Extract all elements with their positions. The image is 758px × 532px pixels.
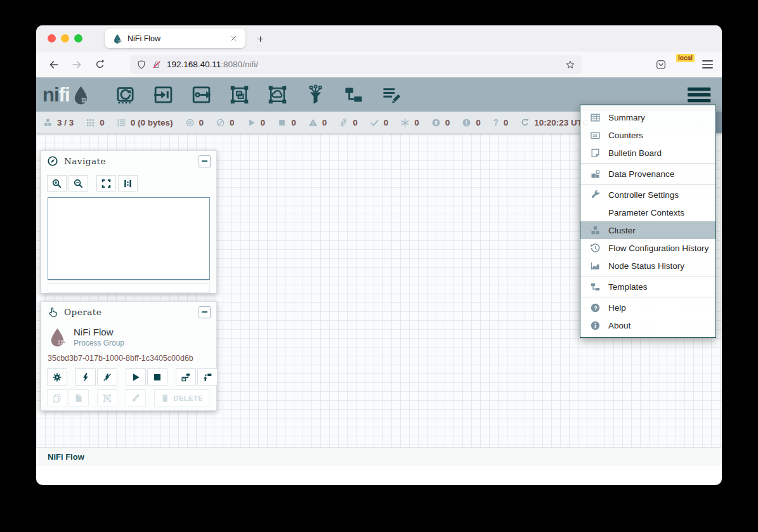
change-color-button[interactable] [126,389,146,406]
menu-item-label: Flow Configuration History [608,243,709,253]
browser-tab[interactable]: NiFi Flow [105,29,245,48]
status-counts: 3 / 300 (0 bytes)0000000000?0 [43,117,520,127]
play-icon [247,118,256,127]
menu-item-help[interactable]: Help [580,299,716,316]
menu-item-data-provenance[interactable]: Data Provenance [580,165,716,183]
stat-value: 0 [199,118,204,127]
menu-item-about[interactable]: About [580,316,716,334]
menu-item-counters[interactable]: Counters [580,126,716,144]
menu-item-templates[interactable]: Templates [580,278,716,295]
zoom-in-button[interactable] [47,175,67,191]
last-refreshed[interactable]: 10:20:23 UTC [520,118,589,127]
delete-button[interactable]: DELETE [154,389,209,406]
back-button[interactable] [45,56,63,74]
nifi-logo: nifi [42,85,91,105]
url-bar[interactable]: 192.168.40.11:8080/nifi/ [130,55,582,74]
output-port-tool[interactable] [191,84,212,105]
component-toolbar [115,84,402,105]
menu-divider [580,163,716,164]
menu-item-summary[interactable]: Summary [580,108,716,126]
menu-item-label: Parameter Contexts [608,208,684,217]
configuration-button[interactable] [47,368,67,386]
stat-sync-failure-versioned: ?0 [493,117,509,127]
menu-item-label: Data Provenance [608,169,674,179]
bookmark-star-icon[interactable] [565,60,575,70]
refresh-icon[interactable] [520,118,530,127]
button-label: DELETE [174,394,203,402]
stat-running-components: 0 [247,118,266,127]
browser-navbar: 192.168.40.11:8080/nifi/ local [36,51,722,77]
label-tool[interactable] [381,84,402,105]
menu-divider [580,276,716,276]
stat-active-threads: 0 [86,118,105,127]
stat-value: 0 [414,118,419,127]
zoom-fit-button[interactable] [96,175,116,191]
stat-stopped-components: 0 [277,118,296,127]
menu-item-controller-settings[interactable]: Controller Settings [580,186,716,204]
enable-button[interactable] [75,368,96,386]
breadcrumb: NiFi Flow [36,447,722,466]
navigate-collapse-button[interactable] [199,155,211,167]
menu-divider [580,184,716,185]
window-controls [48,34,82,42]
wrench-icon [589,190,601,200]
menu-item-bulletin-board[interactable]: Bulletin Board [580,144,716,162]
stat-value: 0 [504,118,509,127]
operate-palette: Operate NiFi Flow Process Group 35cbd3b7… [41,301,217,411]
menu-item-flow-configuration-history[interactable]: Flow Configuration History [580,239,716,257]
component-name: NiFi Flow [74,327,124,337]
operate-collapse-button[interactable] [199,306,211,318]
stat-value: 0 [445,118,450,127]
save-template-button[interactable] [176,368,196,386]
stat-locally-modified-versioned: 0 [400,118,419,127]
chart-icon [589,261,601,271]
breadcrumb-root[interactable]: NiFi Flow [48,452,84,462]
stop-button[interactable] [147,368,167,386]
shield-icon[interactable] [136,60,147,70]
counters-icon [589,130,601,141]
menu-item-node-status-history[interactable]: Node Status History [580,257,716,275]
stat-value: 0 [291,118,296,127]
history-icon [589,243,601,254]
input-port-tool[interactable] [153,84,174,105]
close-window-button[interactable] [48,34,56,42]
navigate-title: Navigate [64,156,106,166]
birdseye-minimap[interactable] [48,197,210,280]
menu-item-cluster[interactable]: Cluster [580,221,716,239]
profile-avatar[interactable]: local [677,57,692,72]
menu-item-label: Help [608,303,626,313]
minimize-window-button[interactable] [61,34,69,42]
pocket-icon[interactable] [655,59,667,70]
new-tab-button[interactable] [252,31,268,46]
paste-button[interactable] [69,389,89,406]
copy-button[interactable] [47,389,67,406]
stat-value: 0 [322,118,327,127]
group-button[interactable] [97,389,117,406]
menu-item-label: Counters [608,131,643,140]
forward-button[interactable] [68,56,86,74]
browser-menu-icon[interactable] [702,60,713,68]
upload-template-button[interactable] [197,368,218,386]
stat-invalid-components: 0 [308,118,327,127]
zoom-window-button[interactable] [74,34,82,42]
funnel-tool[interactable] [305,84,326,105]
menu-item-parameter-contexts[interactable]: Parameter Contexts [580,204,716,221]
menu-item-label: Cluster [608,226,636,235]
tab-close-icon[interactable] [227,32,240,45]
navigate-header: Navigate [41,151,216,171]
remote-process-group-tool[interactable] [267,84,288,105]
stat-value: 0 (0 bytes) [131,118,173,127]
processor-tool[interactable] [115,84,136,105]
zoom-actual-button[interactable] [118,175,138,191]
operate-buttons-row2: DELETE [41,386,216,406]
global-menu-button[interactable] [688,88,710,102]
process-group-tool[interactable] [229,84,250,105]
template-tool[interactable] [343,84,364,105]
ring-icon [185,118,195,127]
disable-button[interactable] [97,368,117,386]
tab-favicon-nifi-icon [112,34,122,44]
insecure-lock-icon[interactable] [152,60,162,70]
start-button[interactable] [126,368,146,386]
zoom-out-button[interactable] [69,175,88,191]
reload-button[interactable] [91,56,108,74]
